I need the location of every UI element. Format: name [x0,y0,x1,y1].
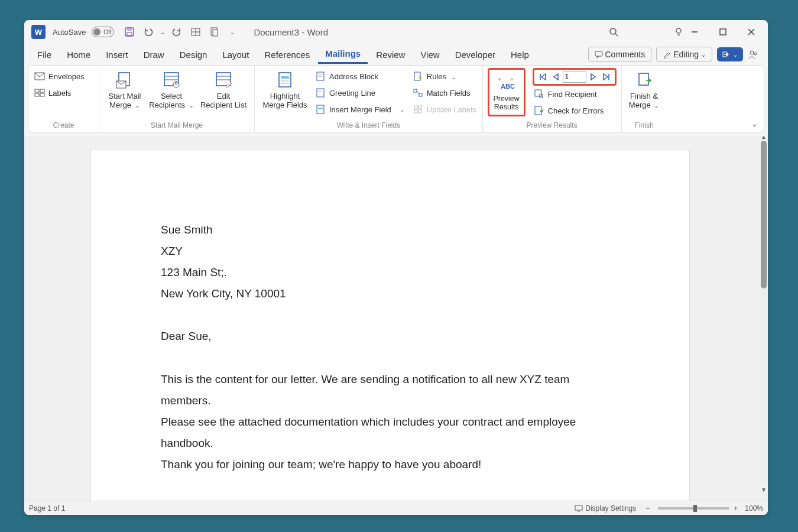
svg-rect-36 [279,73,291,87]
zoom-slider[interactable] [658,507,729,510]
finish-merge-icon [634,70,654,90]
scroll-down-button[interactable]: ▼ [761,486,767,492]
record-number-input[interactable] [563,72,586,83]
tab-insert[interactable]: Insert [99,46,135,63]
svg-rect-64 [575,505,582,510]
svg-rect-7 [213,30,218,36]
tab-file[interactable]: File [30,46,59,63]
doc-line: Thank you for joining our team; we're ha… [161,454,619,475]
scroll-thumb[interactable] [761,141,767,288]
group-write-insert: Highlight Merge Fields Address Block Gre… [255,66,483,132]
svg-rect-1 [127,28,132,31]
zoom-out-button[interactable]: − [645,504,650,512]
svg-point-10 [676,28,681,33]
labels-icon [34,87,45,98]
group-finish: Finish & Merge Finish [622,66,667,132]
svg-text:«: « [498,76,501,82]
autosave-toggle[interactable]: Off [92,27,114,37]
labels-button[interactable]: Labels [33,85,86,101]
page-indicator[interactable]: Page 1 of 1 [29,504,65,512]
ribbon-tabs: File Home Insert Draw Design Layout Refe… [24,44,768,65]
select-recipients-button[interactable]: Select Recipients [149,68,194,112]
preview-results-button[interactable]: «»ABC Preview Results [491,71,523,113]
vertical-scrollbar[interactable] [761,141,767,482]
svg-text:ABC: ABC [501,83,515,90]
highlight-merge-fields-icon [275,70,295,90]
ribbon: Envelopes Labels Create [28,65,764,132]
address-block-button[interactable]: Address Block [314,68,406,85]
redo-icon[interactable] [170,25,184,39]
ribbon-collapse-button[interactable]: ⌄ [751,119,758,128]
tab-draw[interactable]: Draw [137,46,171,63]
prev-record-button[interactable] [550,71,562,83]
maximize-icon[interactable] [716,25,730,39]
comments-button[interactable]: Comments [588,47,652,62]
coauthor-icon[interactable] [748,49,762,60]
undo-dropdown[interactable]: ⌄ [160,29,165,35]
search-icon[interactable] [608,27,619,37]
zoom-level[interactable]: 100% [745,504,763,512]
scroll-up-button[interactable]: ▲ [761,136,767,140]
match-fields-icon [413,87,423,98]
finish-merge-button[interactable]: Finish & Merge [627,68,662,112]
rules-button[interactable]: Rules [411,68,478,85]
greeting-line-button[interactable]: Greeting Line [314,85,406,101]
display-settings-icon[interactable] [575,504,583,512]
rules-icon [413,71,423,82]
display-settings-label[interactable]: Display Settings [585,504,636,512]
tab-review[interactable]: Review [369,46,412,63]
edit-recipient-list-button[interactable]: Edit Recipient List [197,68,249,112]
address-block-icon [315,71,326,82]
lightbulb-icon[interactable] [673,27,684,37]
tab-design[interactable]: Design [173,46,215,63]
tab-help[interactable]: Help [504,46,536,63]
undo-icon[interactable] [141,25,155,39]
share-button[interactable]: ⌄ [717,47,743,61]
svg-line-61 [542,97,543,98]
doc-title: Document3 - Word [254,27,328,37]
svg-rect-62 [535,106,541,115]
tab-developer[interactable]: Developer [448,46,502,63]
page[interactable]: Sue Smith XZY 123 Main St;. New York Cit… [90,149,690,501]
next-record-button[interactable] [588,71,599,83]
qat-grid-icon[interactable] [189,25,203,39]
doc-line: Please see the attached documentation wh… [161,411,619,454]
svg-rect-22 [35,89,39,92]
autosave-label: AutoSave [53,28,86,37]
match-fields-button[interactable]: Match Fields [411,85,478,101]
svg-rect-24 [35,93,39,96]
qat-customize[interactable]: ⌄ [230,29,235,35]
tab-layout[interactable]: Layout [215,46,256,63]
tab-mailings[interactable]: Mailings [318,45,368,64]
group-create: Envelopes Labels Create [28,66,99,132]
editing-button[interactable]: Editing ⌄ [656,47,712,62]
doc-line: Sue Smith [161,219,619,241]
minimize-icon[interactable] [687,25,702,39]
svg-line-9 [615,34,618,36]
edit-recipient-list-icon [213,70,233,90]
svg-point-20 [754,53,757,55]
tab-references[interactable]: References [257,46,317,63]
doc-line: XZY [161,241,619,262]
last-record-button[interactable] [601,71,612,83]
highlight-merge-fields-button[interactable]: Highlight Merge Fields [259,68,310,112]
save-icon[interactable] [122,25,137,39]
find-recipient-button[interactable]: Find Recipient [533,86,617,102]
svg-text:»: » [510,76,513,82]
insert-merge-field-button[interactable]: Insert Merge Field ⌄ [314,101,406,118]
tab-home[interactable]: Home [60,46,98,63]
first-record-button[interactable] [537,71,549,83]
check-for-errors-button[interactable]: Check for Errors [533,102,617,119]
doc-line: 123 Main St;. [161,262,619,283]
start-mail-merge-icon [115,70,135,90]
qat-doc-icon[interactable] [207,25,222,39]
start-mail-merge-button[interactable]: Start Mail Merge [104,68,145,112]
svg-rect-50 [414,106,417,109]
envelopes-button[interactable]: Envelopes [33,68,86,85]
zoom-in-button[interactable]: + [734,504,738,512]
word-icon: W [31,25,46,39]
svg-rect-63 [639,73,648,85]
greeting-line-icon [315,87,326,98]
close-icon[interactable] [744,25,758,39]
tab-view[interactable]: View [413,46,446,63]
